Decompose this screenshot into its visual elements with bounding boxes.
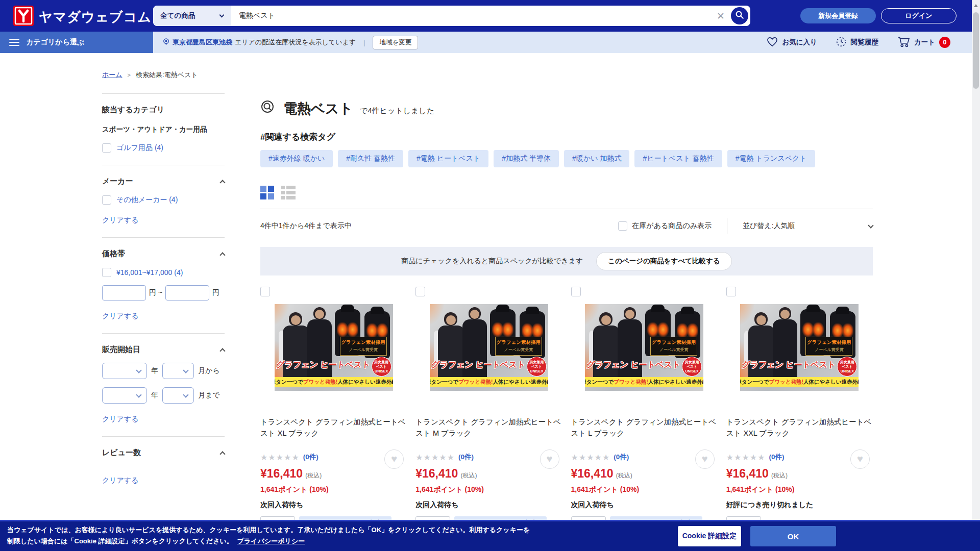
review-count-link[interactable]: (0件) [769, 453, 784, 462]
chevron-down-icon [136, 367, 141, 373]
maker-filter-link[interactable]: その他メーカー (4) [116, 195, 178, 205]
register-button[interactable]: 新規会員登録 [800, 8, 876, 23]
compare-checkbox[interactable] [726, 287, 736, 296]
cookie-settings-button[interactable]: Cookie 詳細設定 [678, 526, 741, 546]
release-month-to-select[interactable] [162, 387, 194, 404]
page-scrollbar[interactable] [972, 0, 980, 551]
yamada-logo-icon [13, 6, 34, 28]
release-year-to-select[interactable] [102, 387, 147, 404]
promo-main-text: グラフェン ヒートベスト [742, 360, 837, 370]
review-section-header[interactable]: レビュー数 [102, 448, 225, 458]
chevron-down-icon [219, 13, 225, 18]
search-button[interactable] [731, 7, 748, 24]
clear-search-icon[interactable]: ✕ [717, 11, 725, 21]
price-range-link[interactable]: ¥16,001~¥17,000 (4) [116, 268, 183, 277]
review-count-link[interactable]: (0件) [614, 453, 629, 462]
product-image[interactable]: グラフェン素材採用 ノーベル賞受賞 グラフェン ヒートベスト 男女兼用ベストUN… [740, 304, 859, 391]
search-category-select[interactable]: 全ての商品 [153, 6, 231, 26]
tax-included-label: (税込) [771, 471, 788, 480]
product-card: グラフェン素材採用 ノーベル賞受賞 グラフェン ヒートベスト 男女兼用ベストUN… [571, 287, 718, 531]
stock-filter[interactable]: 在庫がある商品のみ表示 [618, 221, 712, 231]
product-title-link[interactable]: トランスペクト グラフィン加熱式ヒートベスト L ブラック [571, 416, 718, 439]
category-menu-button[interactable]: カテゴリから選ぶ [0, 32, 153, 53]
release-clear-link[interactable]: クリアする [102, 415, 139, 424]
promo-bottom-strip: ボタン一つでブワッと発熱!人体にやさしい遠赤外線 [275, 377, 393, 387]
history-clock-icon [836, 36, 847, 49]
product-title-link[interactable]: トランスペクト グラフィン加熱式ヒートベスト XXL ブラック [726, 416, 873, 439]
scrollbar-thumb[interactable] [973, 12, 979, 89]
price-min-input[interactable] [102, 285, 146, 300]
release-date-section-header[interactable]: 販売開始日 [102, 345, 225, 355]
price-range-checkbox[interactable] [102, 268, 111, 277]
cookie-ok-button[interactable]: OK [750, 526, 836, 546]
graphene-material-badge: グラフェン素材採用 ノーベル賞受賞 [495, 337, 542, 356]
maker-section-header[interactable]: メーカー [102, 177, 225, 186]
promo-bottom-strip: ボタン一つでブワッと発熱!人体にやさしい遠赤外線 [430, 377, 548, 387]
maker-clear-link[interactable]: クリアする [102, 216, 139, 225]
price-clear-link[interactable]: クリアする [102, 312, 139, 321]
maker-filter-checkbox[interactable] [102, 195, 111, 205]
related-tags-title: #関連する検索タグ [260, 131, 873, 143]
compare-checkbox[interactable] [415, 287, 425, 296]
breadcrumb-separator: > [128, 72, 131, 78]
price-max-input[interactable] [165, 285, 209, 300]
search-tag[interactable]: #遠赤外線 暖かい [260, 150, 333, 167]
grid-view-icon[interactable] [260, 186, 274, 199]
price-section-header[interactable]: 価格帯 [102, 249, 225, 259]
cart-icon [897, 36, 910, 49]
favorites-button[interactable]: お気に入り [767, 37, 817, 48]
product-title-link[interactable]: トランスペクト グラフィン加熱式ヒートベスト XL ブラック [260, 416, 407, 439]
area-link[interactable]: 東京都豊島区東池袋 [173, 38, 232, 47]
change-area-button[interactable]: 地域を変更 [373, 36, 418, 49]
product-image[interactable]: グラフェン素材採用 ノーベル賞受賞 グラフェン ヒートベスト 男女兼用ベストUN… [275, 304, 393, 391]
golf-filter-link[interactable]: ゴルフ用品 (4) [116, 143, 163, 153]
sort-select[interactable]: 並び替え:人気順 [743, 221, 873, 231]
vertical-divider [727, 218, 727, 234]
review-clear-link[interactable]: クリアする [102, 476, 139, 485]
graphene-material-badge: グラフェン素材採用 ノーベル賞受賞 [650, 337, 697, 356]
chevron-up-icon [219, 180, 225, 185]
product-image[interactable]: グラフェン素材採用 ノーベル賞受賞 グラフェン ヒートベスト 男女兼用ベストUN… [430, 304, 548, 391]
availability-text: 次回入荷待ち [571, 500, 718, 510]
search-tag[interactable]: #ヒートベスト 蓄熱性 [634, 150, 722, 167]
compare-all-button[interactable]: このページの商品をすべて比較する [596, 252, 731, 270]
search-icon [735, 10, 744, 21]
list-view-icon[interactable] [281, 186, 296, 199]
search-tag[interactable]: #加熱式 半導体 [494, 150, 559, 167]
compare-checkbox[interactable] [571, 287, 581, 296]
scrollbar-up-arrow[interactable] [974, 4, 978, 7]
star-rating: ★★★★★ [726, 453, 766, 462]
product-title-link[interactable]: トランスペクト グラフィン加熱式ヒートベスト M ブラック [415, 416, 562, 439]
breadcrumb-home-link[interactable]: ホーム [102, 70, 122, 80]
cart-button[interactable]: カート 0 [897, 36, 950, 49]
search-tag[interactable]: #電熱 トランスペクト [727, 150, 815, 167]
delivery-area-info: 東京都豊島区東池袋 エリアの配送在庫状況を表示しています | 地域を変更 [162, 36, 418, 49]
compare-checkbox[interactable] [260, 287, 270, 296]
review-count-link[interactable]: (0件) [458, 453, 474, 462]
favorite-heart-button[interactable]: ♥ [850, 449, 870, 469]
favorite-heart-button[interactable]: ♥ [695, 449, 715, 469]
search-tag[interactable]: #耐久性 蓄熱性 [338, 150, 403, 167]
release-month-from-select[interactable] [162, 363, 194, 379]
release-year-from-select[interactable] [102, 363, 147, 379]
sub-header: カテゴリから選ぶ 東京都豊島区東池袋 エリアの配送在庫状況を表示しています | … [0, 32, 980, 53]
product-card: グラフェン素材採用 ノーベル賞受賞 グラフェン ヒートベスト 男女兼用ベストUN… [260, 287, 407, 531]
product-image[interactable]: グラフェン素材採用 ノーベル賞受賞 グラフェン ヒートベスト 男女兼用ベストUN… [585, 304, 703, 391]
review-count-link[interactable]: (0件) [303, 453, 318, 462]
breadcrumb-current: 検索結果:電熱ベスト [136, 70, 198, 80]
unisex-badge: 男女兼用ベストUNISEX [527, 357, 547, 377]
tax-included-label: (税込) [616, 471, 632, 480]
favorite-heart-button[interactable]: ♥ [540, 449, 559, 469]
stock-filter-checkbox[interactable] [618, 221, 627, 231]
golf-filter-checkbox[interactable] [102, 143, 111, 153]
points-text: 1,641ポイント (10%) [415, 485, 562, 494]
favorite-heart-button[interactable]: ♥ [384, 449, 404, 469]
history-button[interactable]: 閲覧履歴 [836, 36, 878, 49]
login-button[interactable]: ログイン [881, 8, 957, 23]
search-input[interactable] [231, 6, 710, 26]
search-tag[interactable]: #暖かい 加熱式 [564, 150, 629, 167]
privacy-policy-link[interactable]: プライバシーポリシー [237, 537, 305, 545]
unisex-badge: 男女兼用ベストUNISEX [682, 357, 702, 377]
site-logo[interactable]: ヤマダウェブコム [13, 6, 152, 28]
search-tag[interactable]: #電熱 ヒートベスト [408, 150, 488, 167]
